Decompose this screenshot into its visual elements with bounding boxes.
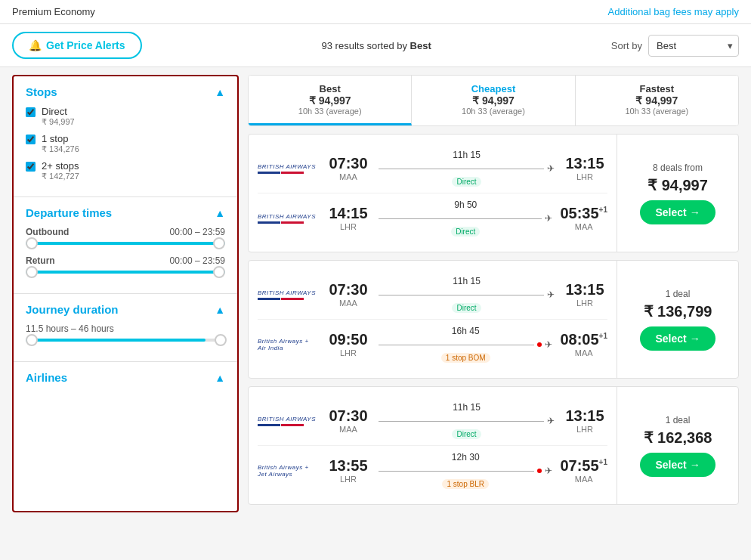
stop-direct-label: Direct <box>42 106 67 117</box>
arr-airport-2-2: MAA <box>560 348 607 357</box>
arr-airport-3-2: MAA <box>560 475 607 484</box>
select-arrow-icon-2: → <box>690 333 700 345</box>
return-slider-fill <box>26 271 225 274</box>
stop-2plus-checkbox[interactable] <box>26 162 36 172</box>
arr-right-1-1: 13:15 LHR <box>562 155 607 181</box>
departure-chevron-icon: ▲ <box>215 207 225 219</box>
stops-filter-header[interactable]: Stops ▲ <box>26 85 225 98</box>
tab-fastest[interactable]: Fastest ₹ 94,997 10h 33 (average) <box>576 76 738 125</box>
dep-time-3-1: 07:30 <box>326 407 371 425</box>
select-button-2[interactable]: Select → <box>640 326 715 351</box>
cabin-class-label: Premium Economy <box>12 6 95 17</box>
stops-checkboxes: Direct ₹ 94,997 1 stop ₹ 134,276 2+ stop… <box>26 106 225 181</box>
leg-middle-1-1: 11h 15 ✈ Direct <box>371 150 562 187</box>
tab-best-label: Best <box>256 83 403 94</box>
stop-1-checkbox[interactable] <box>26 135 36 144</box>
tab-best[interactable]: Best ₹ 94,997 10h 33 (average) <box>249 76 412 125</box>
sidebar: Stops ▲ Direct ₹ 94,997 1 stop ₹ 134,276 <box>12 75 239 512</box>
tab-best-price: ₹ 94,997 <box>256 94 403 107</box>
flight-card-2: BRITISH AIRWAYS 07:30 MAA 11h 15 <box>248 260 739 379</box>
journey-duration-title: Journey duration <box>26 303 119 316</box>
airline-logo-1-1: BRITISH AIRWAYS <box>258 163 318 174</box>
airline-logo-2-1: BRITISH AIRWAYS <box>258 289 318 300</box>
action-bar: 🔔 Get Price Alerts 93 results sorted by … <box>0 24 751 67</box>
return-range: 00:00 – 23:59 <box>170 255 225 266</box>
arr-right-3-2: 07:55+1 MAA <box>560 457 607 484</box>
flight-card-1: BRITISH AIRWAYS 07:30 MAA 11h 15 <box>248 134 739 252</box>
dep-airport-3-1: MAA <box>326 425 371 434</box>
dep-airport-1-1: MAA <box>326 172 371 181</box>
arr-right-1-2: 05:35+1 MAA <box>560 205 607 231</box>
stop-badge-2-2: 1 stop BOM <box>441 353 490 363</box>
select-arrow-icon-1: → <box>690 206 700 218</box>
flight-legs-2: BRITISH AIRWAYS 07:30 MAA 11h 15 <box>249 261 617 378</box>
select-arrow-icon-3: → <box>690 459 700 471</box>
dep-time-1-1: 07:30 <box>326 155 371 172</box>
outbound-slider-thumb-right[interactable] <box>213 237 225 249</box>
tab-fastest-label: Fastest <box>583 83 731 94</box>
deals-text-1: 8 deals from <box>653 162 703 173</box>
return-slider-section: Return 00:00 – 23:59 <box>26 255 225 274</box>
arr-time-1-2: 05:35+1 <box>560 205 607 222</box>
journey-duration-range: 11.5 hours – 46 hours <box>26 323 225 334</box>
flight-leg-3-2: British Airways + Jet Airways 13:55 LHR … <box>258 445 607 495</box>
duration-slider-thumb-right[interactable] <box>215 334 227 346</box>
arr-time-2-1: 13:15 <box>562 281 607 299</box>
airline-logo-3-1: BRITISH AIRWAYS <box>258 416 318 426</box>
stop-direct-checkbox[interactable] <box>26 107 36 117</box>
stop-2plus-label: 2+ stops <box>42 160 79 172</box>
leg-middle-2-1: 11h 15 ✈ Direct <box>371 276 562 313</box>
tab-fastest-avg: 10h 33 (average) <box>583 107 731 116</box>
leg-middle-3-1: 11h 15 ✈ Direct <box>371 402 562 439</box>
return-slider-thumb-left[interactable] <box>26 266 38 278</box>
return-slider-thumb-right[interactable] <box>213 266 225 278</box>
select-button-3[interactable]: Select → <box>640 453 715 477</box>
flight-price-col-3: 1 deal ₹ 162,368 Select → <box>617 387 738 504</box>
tab-cheapest-label: Cheapest <box>419 83 567 94</box>
top-bar: Premium Economy Additional bag fees may … <box>0 0 751 24</box>
dep-airport-2-2: LHR <box>326 348 371 357</box>
airlines-header[interactable]: Airlines ▲ <box>26 371 225 384</box>
select-button-1[interactable]: Select → <box>640 200 715 224</box>
airlines-chevron-icon: ▲ <box>215 372 225 384</box>
arr-airport-3-1: LHR <box>562 425 607 434</box>
baggage-fees-link[interactable]: Additional bag fees may apply <box>608 6 739 17</box>
stop-badge-3-2: 1 stop BLR <box>442 479 488 489</box>
arr-time-2-2: 08:05+1 <box>560 331 607 348</box>
stop-1-item: 1 stop ₹ 134,276 <box>26 133 225 154</box>
leg-middle-2-2: 16h 45 ✈ 1 stop BOM <box>371 326 560 363</box>
flight-price-col-2: 1 deal ₹ 136,799 Select → <box>617 261 738 378</box>
sort-select[interactable]: Best Cheapest Fastest <box>648 35 739 57</box>
results-count-text: 93 results sorted by Best <box>322 40 431 51</box>
outbound-slider-fill <box>26 242 225 245</box>
flight-leg-3-1: BRITISH AIRWAYS 07:30 MAA 11h 15 <box>258 396 607 445</box>
stop-2plus-item: 2+ stops ₹ 142,727 <box>26 160 225 181</box>
duration-slider-thumb-left[interactable] <box>26 334 38 346</box>
flight-legs-3: BRITISH AIRWAYS 07:30 MAA 11h 15 <box>249 387 617 504</box>
arr-time-3-2: 07:55+1 <box>560 457 607 475</box>
price-2: ₹ 136,799 <box>644 302 712 320</box>
outbound-slider-section: Outbound 00:00 – 23:59 <box>26 227 225 245</box>
duration-slider-track[interactable] <box>26 339 225 342</box>
dep-airport-1-2: LHR <box>326 222 371 231</box>
tab-cheapest[interactable]: Cheapest ₹ 94,997 10h 33 (average) <box>412 76 575 125</box>
stop-direct-price: ₹ 94,997 <box>42 117 75 127</box>
return-slider-track[interactable] <box>26 271 225 274</box>
price-alert-button[interactable]: 🔔 Get Price Alerts <box>12 32 142 59</box>
airlines-title: Airlines <box>26 371 67 384</box>
outbound-slider-thumb-left[interactable] <box>26 237 38 249</box>
stop-1-label: 1 stop <box>42 133 68 144</box>
dep-time-1-2: 14:15 <box>326 205 371 222</box>
result-tabs: Best ₹ 94,997 10h 33 (average) Cheapest … <box>248 75 739 126</box>
duration-slider-fill <box>26 339 206 342</box>
journey-duration-header[interactable]: Journey duration ▲ <box>26 303 225 316</box>
departure-times-header[interactable]: Departure times ▲ <box>26 206 225 219</box>
arr-time-3-1: 13:15 <box>562 407 607 425</box>
price-3: ₹ 162,368 <box>644 429 712 447</box>
outbound-slider-track[interactable] <box>26 242 225 245</box>
dep-time-2-1: 07:30 <box>326 281 371 299</box>
main-layout: Stops ▲ Direct ₹ 94,997 1 stop ₹ 134,276 <box>0 67 751 520</box>
leg-middle-1-2: 9h 50 ✈ Direct <box>371 200 560 237</box>
dep-time-3-2: 13:55 <box>326 457 371 475</box>
deals-text-3: 1 deal <box>666 415 691 425</box>
